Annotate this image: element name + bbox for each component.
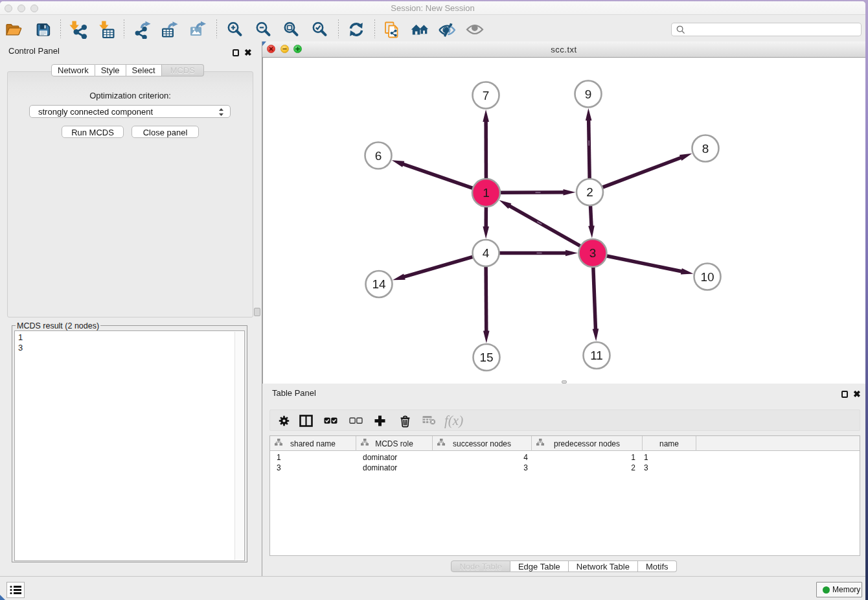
memory-button[interactable]: Memory — [816, 582, 862, 597]
arrowhead-4-15 — [483, 330, 490, 343]
export-table-icon — [161, 21, 179, 39]
arrowhead-1-2 — [563, 189, 575, 196]
run-mcds-button[interactable]: Run MCDS — [62, 126, 124, 138]
cell-shared-name: 3 — [277, 463, 356, 472]
edge-4-15[interactable] — [486, 266, 486, 334]
table-panel-float-button[interactable] — [841, 391, 848, 398]
node-label-6: 6 — [375, 149, 382, 163]
control-panel-float-button[interactable] — [233, 49, 239, 56]
column-header-predecessor-nodes[interactable]: predecessor nodes — [532, 436, 643, 451]
edge-1-2[interactable] — [500, 192, 566, 193]
export-network-button[interactable] — [133, 21, 152, 39]
table-tab-network-table[interactable]: Network Table — [569, 560, 638, 572]
tab-mcds[interactable]: MCDS — [162, 64, 204, 76]
tab-style[interactable]: Style — [95, 64, 126, 76]
export-network-icon — [133, 21, 152, 39]
table-tab-edge-table[interactable]: Edge Table — [510, 560, 569, 572]
window-title: Session: New Session — [0, 3, 865, 13]
export-image-button[interactable] — [188, 21, 207, 39]
add-column-button[interactable] — [374, 415, 386, 427]
export-table-button[interactable] — [161, 21, 179, 39]
delete-table-button — [422, 415, 436, 425]
table-row-1[interactable]: 1dominator411 — [270, 452, 860, 463]
table-panel: Table Panel ✖ f(x) shared name — [262, 384, 865, 576]
mcds-result-textarea[interactable]: 13 — [14, 330, 245, 561]
mcds-tab-content: Optimization criterion: strongly connect… — [7, 71, 253, 317]
attribute-tree-icon — [536, 439, 544, 446]
zoom-fit-button[interactable] — [282, 21, 301, 39]
tab-network[interactable]: Network — [51, 64, 95, 76]
edge-2-8[interactable] — [602, 157, 683, 187]
search-input[interactable] — [671, 23, 862, 36]
table-header: shared name MCDS role successor nodes pr… — [270, 436, 860, 451]
node-label-4: 4 — [483, 246, 490, 260]
main-toolbar — [0, 15, 865, 42]
column-header-label: name — [659, 439, 679, 448]
zoom-in-button[interactable] — [226, 21, 244, 39]
import-table-button[interactable] — [98, 21, 116, 39]
arrowhead-2-9 — [586, 108, 592, 121]
optimization-criterion-label: Optimization criterion: — [8, 91, 253, 100]
table-toolbar: f(x) — [269, 410, 860, 431]
column-header-successor-nodes[interactable]: successor nodes — [433, 436, 532, 451]
desktop-corner-accent — [0, 595, 5, 600]
node-label-15: 15 — [479, 351, 493, 364]
deselect-all-button[interactable] — [349, 415, 363, 427]
save-session-button[interactable] — [34, 21, 52, 39]
app-window: Session: New Session — [0, 1, 865, 600]
select-all-button[interactable] — [324, 415, 337, 427]
control-panel: Control Panel ✖ NetworkStyleSelectMCDS O… — [0, 41, 262, 576]
arrowhead-1-4 — [483, 226, 489, 238]
edge-1-6[interactable] — [400, 163, 473, 189]
export-image-icon — [188, 21, 207, 39]
task-history-button[interactable] — [6, 582, 25, 598]
copy-style-button[interactable] — [383, 21, 401, 39]
memory-status-dot — [823, 586, 830, 594]
cell-predecessor-nodes: 1 — [532, 453, 635, 462]
show-all-button[interactable] — [466, 21, 484, 39]
copy-style-icon — [383, 21, 401, 39]
edge-2-9[interactable] — [589, 117, 590, 179]
toolbar-separator — [374, 19, 375, 38]
edge-3-10[interactable] — [607, 256, 685, 272]
delete-column-button[interactable] — [399, 415, 411, 428]
cell-successor-nodes: 4 — [433, 453, 528, 462]
arrowhead-1-7 — [483, 110, 489, 122]
result-scrollbar[interactable] — [234, 332, 244, 560]
edge-3-11[interactable] — [593, 267, 596, 332]
import-network-button[interactable] — [69, 21, 87, 39]
column-header-MCDS-role[interactable]: MCDS role — [356, 436, 433, 451]
refresh-button[interactable] — [347, 21, 365, 39]
hide-selected-button[interactable] — [438, 21, 456, 39]
edge-2-3[interactable] — [591, 205, 592, 229]
table-tab-node-table[interactable]: Node Table — [451, 560, 510, 572]
close-panel-button[interactable]: Close panel — [131, 126, 199, 138]
network-canvas[interactable]: 7968124314101511 — [263, 58, 865, 384]
split-columns-button[interactable] — [299, 415, 313, 427]
control-panel-tabs: NetworkStyleSelectMCDS — [51, 64, 204, 76]
edge-3-1[interactable] — [507, 205, 580, 246]
toolbar-separator — [216, 19, 217, 38]
window-titlebar: Session: New Session — [0, 1, 865, 15]
import-table-icon — [98, 21, 116, 39]
zoom-selected-icon — [311, 21, 329, 39]
home-layout-button[interactable] — [411, 21, 429, 39]
node-label-2: 2 — [586, 185, 593, 199]
tab-select[interactable]: Select — [126, 64, 162, 76]
open-session-button[interactable] — [5, 21, 23, 39]
column-header-label: MCDS role — [375, 439, 413, 448]
edge-4-14[interactable] — [402, 257, 473, 277]
zoom-selected-button[interactable] — [311, 21, 329, 39]
settings-gear-button[interactable] — [278, 415, 290, 427]
table-row-3[interactable]: 3dominator323 — [270, 463, 860, 473]
table-tab-motifs[interactable]: Motifs — [638, 560, 677, 572]
column-header-name[interactable]: name — [643, 436, 696, 451]
zoom-out-button[interactable] — [255, 21, 273, 39]
column-header-shared-name[interactable]: shared name — [270, 436, 356, 451]
control-panel-close-button[interactable]: ✖ — [244, 49, 252, 56]
table-panel-close-button[interactable]: ✖ — [853, 391, 861, 398]
arrowhead-2-8 — [680, 154, 692, 161]
splitter-grip-vertical[interactable] — [254, 308, 260, 316]
criterion-dropdown[interactable]: strongly connected component — [29, 105, 231, 118]
node-label-3: 3 — [589, 246, 597, 260]
